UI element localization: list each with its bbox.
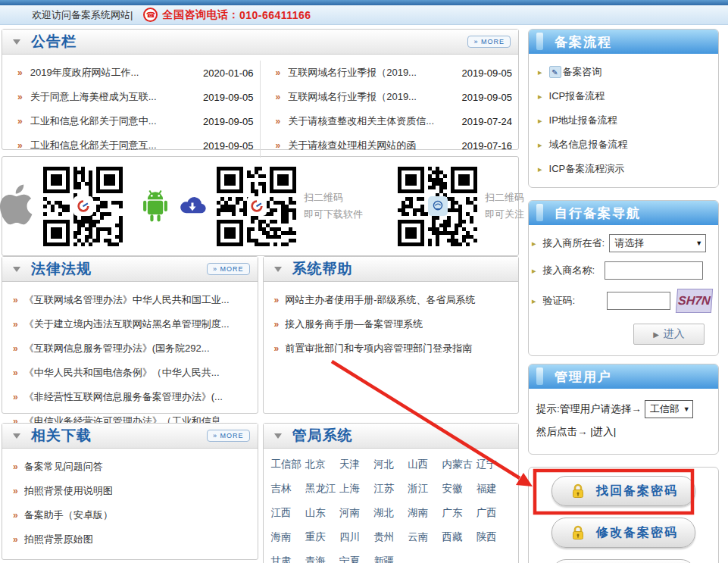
announcement-more-button[interactable]: » MORE <box>467 36 511 48</box>
bureau-link[interactable]: 云南 <box>408 530 442 544</box>
bureau-link[interactable]: 西藏 <box>442 530 476 544</box>
process-item-icp[interactable]: ▸ICP报备流程 <box>529 84 718 108</box>
list-item[interactable]: »网站主办者使用手册-部级系统、各省局系统 <box>268 288 514 312</box>
bureau-link[interactable]: 广西 <box>476 506 511 520</box>
bureau-link[interactable]: 甘肃 <box>271 555 305 563</box>
list-item[interactable]: »互联网域名行业季报（2019...2019-09-05 <box>261 61 519 85</box>
list-item[interactable]: »前置审批部门和专项内容管理部门登录指南 <box>268 336 514 361</box>
list-item[interactable]: »《非经营性互联网信息服务备案管理办法》(... <box>7 385 253 409</box>
arrow-bullet-icon: » <box>274 319 280 330</box>
help-header: 系统帮助 <box>264 257 519 282</box>
bureau-link[interactable]: 重庆 <box>305 530 339 544</box>
bureau-link[interactable]: 安徽 <box>442 482 476 496</box>
arrow-bullet-icon: » <box>13 295 18 305</box>
triangle-down-icon <box>274 267 282 272</box>
list-item[interactable]: »拍照背景原始图 <box>7 527 253 552</box>
process-item-consult[interactable]: ▸ ✎ 备案咨询 <box>529 60 718 84</box>
downloads-more-button[interactable]: » MORE <box>207 430 250 442</box>
list-item[interactable]: »拍照背景使用说明图 <box>7 479 253 503</box>
admin-panel: 管理用户 提示:管理用户请选择→工信部▼ 然后点击→ |进入| <box>528 364 719 455</box>
android-logo-icon <box>139 186 171 227</box>
bureau-link[interactable]: 山东 <box>305 506 339 520</box>
actions-panel: 找回备案密码 修改备案密码 公共查询 <box>528 467 719 563</box>
process-item-ip[interactable]: ▸IP地址报备流程 <box>529 108 718 133</box>
bureau-link[interactable]: 北京 <box>305 458 339 471</box>
chevron-bullet-icon: ▸ <box>538 67 542 77</box>
bureau-link[interactable]: 陕西 <box>476 530 511 544</box>
bureau-link[interactable]: 广东 <box>442 506 476 520</box>
bureau-link[interactable]: 内蒙古 <box>442 458 476 471</box>
bureau-link[interactable]: 江苏 <box>373 482 408 496</box>
list-item[interactable]: »2019年度政府网站工作...2020-01-06 <box>2 61 260 85</box>
top-strip <box>0 0 728 5</box>
qr-center-logo-icon <box>428 196 448 216</box>
downloads-panel: 相关下载 » MORE »备案常见问题问答 »拍照背景使用说明图 »备案助手（安… <box>2 423 258 560</box>
isp-label: 接入商名称: <box>543 264 595 277</box>
process-header: 备案流程 <box>529 30 718 54</box>
list-item[interactable]: »工业和信息化部关于同意中...2019-09-05 <box>2 109 260 133</box>
list-item[interactable]: »《关于建立境内违法互联网站黑名单管理制度... <box>7 312 253 336</box>
bureau-link[interactable]: 江西 <box>271 506 305 520</box>
bureau-link[interactable]: 新疆 <box>373 555 408 563</box>
change-password-button[interactable]: 修改备案密码 <box>551 518 695 548</box>
chevron-bullet-icon: ▸ <box>538 116 542 126</box>
list-item[interactable]: »关于请核查处理相关网站的函2019-07-16 <box>261 133 519 158</box>
bureau-link[interactable]: 河北 <box>373 458 408 471</box>
bureau-link[interactable]: 工信部 <box>271 458 305 471</box>
bureau-link[interactable]: 辽宁 <box>476 458 511 471</box>
announcement-col1: »2019年度政府网站工作...2020-01-06 »关于同意上海美橙成为互联… <box>2 61 261 158</box>
bureaus-title: 管局系统 <box>292 426 353 446</box>
process-item-domain[interactable]: ▸域名信息报备流程 <box>529 133 718 157</box>
list-item[interactable]: »关于同意上海美橙成为互联...2019-09-05 <box>2 85 260 109</box>
bureau-link[interactable]: 黑龙江 <box>305 482 339 496</box>
list-item[interactable]: »备案常见问题问答 <box>7 455 253 479</box>
bureau-link[interactable]: 海南 <box>271 530 305 544</box>
bureau-link[interactable]: 福建 <box>476 482 511 496</box>
admin-select[interactable]: 工信部▼ <box>645 400 693 418</box>
list-item[interactable]: »备案助手（安卓版） <box>7 503 253 527</box>
bureau-link[interactable]: 上海 <box>339 482 373 496</box>
bureau-link[interactable]: 天津 <box>339 458 373 471</box>
bureau-link[interactable]: 浙江 <box>408 482 442 496</box>
list-item[interactable]: »关于请核查整改相关主体资质信...2019-07-24 <box>261 109 519 133</box>
list-item[interactable]: »接入服务商手册—备案管理系统 <box>268 312 514 336</box>
chevron-bullet-icon: ▸ <box>532 239 536 249</box>
list-item[interactable]: »《互联网域名管理办法》中华人民共和国工业... <box>7 288 253 312</box>
chevron-down-icon: ▼ <box>691 239 702 247</box>
bureau-link[interactable]: 宁夏 <box>339 555 373 563</box>
list-item[interactable]: »互联网域名行业季报（2019...2019-09-05 <box>261 85 519 109</box>
bureau-link[interactable]: 湖南 <box>408 506 442 520</box>
public-query-button[interactable]: 公共查询 <box>551 559 695 563</box>
arrow-bullet-icon: » <box>276 67 281 78</box>
laws-title: 法律法规 <box>31 259 92 279</box>
bureau-link[interactable]: 山西 <box>408 458 442 471</box>
list-item[interactable]: »工业和信息化部关于同意互...2019-09-05 <box>2 133 260 158</box>
arrow-bullet-icon: » <box>13 319 18 330</box>
selfnav-enter-button[interactable]: ▶ 进入 <box>633 324 705 345</box>
bureau-link[interactable]: 四川 <box>339 530 373 544</box>
bureau-link[interactable]: 贵州 <box>373 530 408 544</box>
bureaus-panel: 管局系统 工信部 北京 天津 河北 山西 内蒙古 辽宁 吉林 黑龙江 上海 江苏… <box>263 423 520 563</box>
bureau-link[interactable]: 青海 <box>305 555 339 563</box>
list-item[interactable]: »《互联网信息服务管理办法》(国务院292... <box>7 336 253 361</box>
phone-icon: ☎ <box>143 8 158 22</box>
list-item[interactable]: »《中华人民共和国电信条例》（中华人民共... <box>7 361 253 385</box>
arrow-bullet-icon: » <box>13 392 18 402</box>
laws-more-button[interactable]: » MORE <box>207 263 250 275</box>
qr-code-app <box>43 167 123 246</box>
captcha-image[interactable]: SH7N <box>676 289 713 313</box>
arrow-bullet-icon: » <box>13 510 18 521</box>
bureau-link[interactable]: 吉林 <box>271 482 305 496</box>
bureau-link[interactable]: 湖北 <box>373 506 408 520</box>
province-select[interactable]: 请选择 ▼ <box>609 234 706 252</box>
announcement-header: 公告栏 » MORE <box>2 30 518 55</box>
find-password-button[interactable]: 找回备案密码 <box>551 476 695 506</box>
isp-input[interactable] <box>605 261 703 280</box>
process-item-demo[interactable]: ▸ICP备案流程演示 <box>529 157 718 181</box>
captcha-input[interactable] <box>607 292 670 310</box>
qr-caption-follow: 扫二维码 即可关注 <box>485 189 524 223</box>
bureau-link[interactable]: 河南 <box>339 506 373 520</box>
admin-enter-link[interactable]: |进入| <box>590 426 616 437</box>
welcome-text: 欢迎访问备案系统网站| <box>32 8 133 22</box>
lock-icon <box>569 524 587 542</box>
